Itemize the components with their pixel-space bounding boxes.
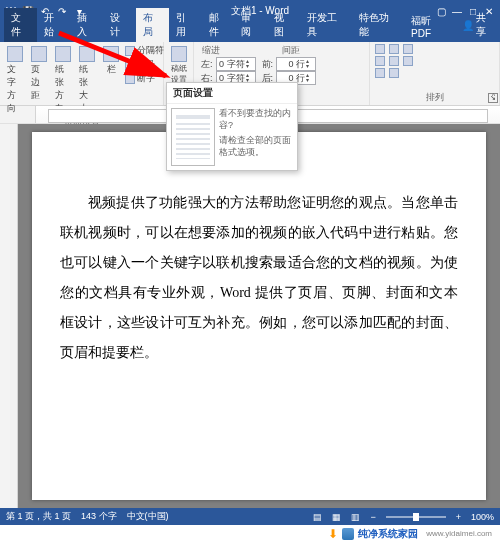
collapse-ribbon-icon[interactable]: ˄ [491, 92, 496, 103]
bring-forward-button[interactable] [388, 44, 400, 54]
document-page[interactable]: 视频提供了功能强大的方法帮助您证明您的观点。当您单击联机视频时，可以在想要添加的… [32, 132, 486, 500]
size-icon [79, 46, 95, 62]
tooltip-preview-icon [171, 108, 215, 166]
view-print-icon[interactable]: ▦ [332, 512, 341, 522]
bring-forward-icon [389, 44, 399, 54]
rotate-icon [403, 56, 413, 66]
group-arrange: 排列 [370, 42, 500, 105]
columns-button[interactable]: 栏 [100, 44, 122, 78]
watermark-url: www.yidaimei.com [426, 529, 492, 538]
zoom-out-button[interactable]: − [370, 512, 375, 522]
send-backward-icon [389, 56, 399, 66]
breaks-button[interactable]: 分隔符 [124, 44, 165, 57]
group-button[interactable] [402, 44, 414, 54]
line-numbers-button[interactable]: 行号 [124, 58, 165, 71]
zoom-in-button[interactable]: + [456, 512, 461, 522]
manuscript-icon [171, 46, 187, 62]
text-direction-button[interactable]: 文字方向 [4, 44, 26, 117]
ribbon-tabs: 文件 开始 插入 设计 布局 引用 邮件 审阅 视图 开发工具 特色功能 福昕P… [0, 22, 500, 42]
tab-mailings[interactable]: 邮件 [202, 8, 235, 42]
tab-file[interactable]: 文件 [4, 8, 37, 42]
ruler-vertical[interactable] [0, 124, 18, 508]
line-numbers-icon [125, 60, 135, 70]
tab-foxit[interactable]: 福昕PDF [404, 11, 456, 42]
tab-design[interactable]: 设计 [103, 8, 136, 42]
share-button[interactable]: 👤共享 [456, 8, 500, 42]
status-words[interactable]: 143 个字 [81, 510, 117, 523]
indent-header: 缩进 [202, 44, 220, 57]
hyphenation-icon [125, 74, 135, 84]
zoom-slider[interactable] [386, 516, 446, 518]
space-before-input[interactable]: 0 行▴▾ [276, 57, 316, 71]
group-label-arrange: 排列 [374, 91, 495, 105]
align-button[interactable] [388, 68, 400, 78]
spacing-header: 间距 [282, 44, 300, 57]
document-paragraph[interactable]: 视频提供了功能强大的方法帮助您证明您的观点。当您单击联机视频时，可以在想要添加的… [60, 188, 458, 369]
tab-layout[interactable]: 布局 [136, 8, 169, 42]
indent-left-input[interactable]: 0 字符▴▾ [216, 57, 256, 71]
watermark-logo-icon [342, 528, 354, 540]
text-direction-icon [7, 46, 23, 62]
workspace: 视频提供了功能强大的方法帮助您证明您的观点。当您单击联机视频时，可以在想要添加的… [0, 124, 500, 508]
page-setup-tooltip: 页面设置 看不到要查找的内容? 请检查全部的页面格式选项。 [166, 82, 298, 171]
tab-review[interactable]: 审阅 [234, 8, 267, 42]
align-icon [389, 68, 399, 78]
watermark-dl-icon: ⬇ [328, 527, 338, 541]
margins-button[interactable]: 页边距 [28, 44, 50, 104]
columns-icon [103, 46, 119, 62]
tab-insert[interactable]: 插入 [70, 8, 103, 42]
tooltip-title: 页面设置 [167, 83, 297, 104]
hyphenation-button[interactable]: 断字 [124, 72, 165, 85]
rotate-button[interactable] [402, 56, 414, 66]
watermark: ⬇ 纯净系统家园 www.yidaimei.com [0, 525, 500, 542]
status-lang[interactable]: 中文(中国) [127, 510, 169, 523]
tooltip-line1: 看不到要查找的内容? [219, 108, 293, 131]
manuscript-button[interactable]: 稿纸设置 [168, 44, 190, 87]
view-read-icon[interactable]: ▤ [313, 512, 322, 522]
zoom-level[interactable]: 100% [471, 512, 494, 522]
group-page-setup: 文字方向 页边距 纸张方向 纸张大小 栏 分隔符 行号 断字 页面设置 ↘ [0, 42, 164, 105]
tab-special[interactable]: 特色功能 [352, 8, 404, 42]
watermark-brand: 纯净系统家园 [358, 527, 418, 541]
view-web-icon[interactable]: ▥ [351, 512, 360, 522]
position-button[interactable] [374, 44, 386, 54]
tooltip-line2: 请检查全部的页面格式选项。 [219, 135, 293, 158]
margins-icon [31, 46, 47, 62]
share-icon: 👤 [462, 20, 474, 31]
tab-developer[interactable]: 开发工具 [300, 8, 352, 42]
position-icon [375, 44, 385, 54]
tab-view[interactable]: 视图 [267, 8, 300, 42]
selection-pane-icon [375, 68, 385, 78]
statusbar: 第 1 页，共 1 页 143 个字 中文(中国) ▤ ▦ ▥ − + 100% [0, 508, 500, 525]
status-page[interactable]: 第 1 页，共 1 页 [6, 510, 71, 523]
tab-home[interactable]: 开始 [37, 8, 70, 42]
orientation-icon [55, 46, 71, 62]
selection-pane-button[interactable] [374, 68, 386, 78]
wrap-icon [375, 56, 385, 66]
breaks-icon [125, 46, 135, 56]
wrap-button[interactable] [374, 56, 386, 66]
send-backward-button[interactable] [388, 56, 400, 66]
tab-references[interactable]: 引用 [169, 8, 202, 42]
group-icon [403, 44, 413, 54]
